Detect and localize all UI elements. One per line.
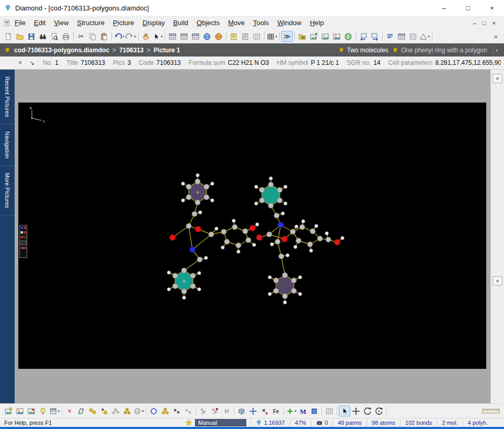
rotate-mode-button[interactable] — [362, 405, 373, 416]
undo-button[interactable]: ▾ — [113, 31, 125, 42]
copy-picture-button[interactable] — [14, 405, 26, 416]
dropdown-arrow-icon[interactable]: ▾ — [58, 409, 60, 413]
find-button[interactable] — [37, 31, 49, 42]
tab-recent-pictures[interactable]: Recent Pictures — [0, 70, 15, 125]
zoom-ruler[interactable] — [480, 405, 501, 416]
select-mode-button[interactable] — [339, 405, 350, 416]
report-table-button[interactable] — [396, 31, 407, 42]
browser-button[interactable] — [201, 31, 213, 42]
packing-button[interactable]: ▾ — [133, 405, 144, 416]
element-symbol-button[interactable]: Fe — [270, 405, 282, 416]
picture-link-two-molecules[interactable]: Two molecules — [338, 47, 388, 54]
picture-folder-button[interactable] — [296, 31, 308, 42]
menu-display[interactable]: Display — [139, 17, 169, 28]
menu-edit[interactable]: Edit — [30, 17, 50, 28]
connect-atoms-button[interactable] — [110, 405, 121, 416]
minimize-button[interactable]: – — [432, 0, 456, 16]
maximize-button[interactable]: □ — [456, 0, 480, 16]
picture-link-one-phenyl-ring[interactable]: One phenyl ring with a polygon — [392, 47, 487, 54]
coordination-button[interactable] — [159, 405, 171, 416]
properties-sheet-button[interactable] — [228, 31, 239, 42]
dropdown-arrow-icon[interactable]: ▾ — [134, 35, 136, 39]
polyhedra-button[interactable] — [236, 405, 247, 416]
dropdown-arrow-icon[interactable]: ▾ — [122, 35, 124, 39]
breadcrumb-chevron-icon[interactable]: › — [492, 46, 500, 54]
menu-tools[interactable]: Tools — [249, 17, 273, 28]
delete-fragment-button[interactable] — [259, 405, 270, 416]
spin-mode-button[interactable] — [373, 405, 385, 416]
menu-window[interactable]: Window — [273, 17, 305, 28]
grow-button[interactable] — [247, 405, 259, 416]
measure-button[interactable]: M — [297, 405, 308, 416]
web-update-button[interactable] — [213, 31, 224, 42]
picture-copy-button[interactable] — [319, 31, 331, 42]
add-all-button[interactable]: ▾ — [285, 405, 297, 416]
add-atoms-button[interactable] — [87, 405, 98, 416]
menu-build[interactable]: Build — [169, 17, 192, 28]
menu-objects[interactable]: Objects — [192, 17, 224, 28]
pointer-button[interactable]: ▾ — [152, 31, 163, 42]
breadcrumb-structure[interactable]: 7106313 — [119, 47, 144, 54]
tab-more-pictures[interactable]: More Pictures — [0, 166, 15, 216]
data-grid-button[interactable] — [251, 31, 262, 42]
pan-button[interactable] — [140, 31, 152, 42]
picture-export-button[interactable] — [331, 31, 342, 42]
cell-edges-button[interactable] — [75, 405, 87, 416]
report-grid-button[interactable] — [407, 31, 419, 42]
toolbar-more-button[interactable]: » — [490, 31, 501, 42]
dropdown-arrow-icon[interactable]: ▾ — [142, 409, 144, 413]
mdi-minimize-button[interactable]: – — [473, 20, 476, 26]
redo-button[interactable]: ▾ — [125, 31, 136, 42]
breadcrumb-picture[interactable]: Picture 1 — [154, 47, 180, 54]
tab-navigation[interactable]: Navigation — [0, 125, 15, 166]
bonds-table-button[interactable] — [190, 31, 201, 42]
goto-record-icon[interactable]: ↘ — [28, 59, 37, 66]
menu-structure[interactable]: Structure — [73, 17, 109, 28]
move-mode-button[interactable] — [350, 405, 362, 416]
break-all-bonds-button[interactable] — [182, 405, 194, 416]
close-record-icon[interactable]: × — [16, 59, 25, 66]
print-button[interactable] — [60, 31, 72, 42]
open-button[interactable] — [14, 31, 26, 42]
break-bonds-button[interactable] — [171, 405, 182, 416]
viewport-grid-button[interactable]: ▾ — [49, 405, 60, 416]
picture-flag-button[interactable] — [26, 405, 37, 416]
new-document-button[interactable] — [3, 31, 14, 42]
paste-button[interactable] — [98, 31, 110, 42]
add-hydrogen2-button[interactable] — [209, 405, 221, 416]
destroy-all-button[interactable]: × — [64, 405, 75, 416]
menu-view[interactable]: View — [50, 17, 73, 28]
legend-widget[interactable] — [19, 225, 28, 258]
more-tables-button[interactable]: ≫ — [281, 31, 293, 42]
layout-lines-button[interactable] — [384, 31, 396, 42]
menu-picture[interactable]: Picture — [109, 17, 138, 28]
menu-help[interactable]: Help — [306, 17, 328, 28]
save-button[interactable] — [26, 31, 37, 42]
mode-indicator[interactable]: Manual — [195, 419, 246, 426]
build-molecules-button[interactable] — [121, 405, 133, 416]
structure-canvas[interactable]: AB b c — [18, 103, 486, 369]
close-button[interactable]: × — [480, 0, 504, 16]
h-bonds-button[interactable]: H — [221, 405, 232, 416]
add-atom-button[interactable] — [98, 405, 110, 416]
render-sphere-button[interactable] — [342, 31, 354, 42]
dropdown-arrow-icon[interactable]: ▾ — [294, 409, 296, 413]
menu-move[interactable]: Move — [224, 17, 249, 28]
new-picture-button[interactable] — [308, 31, 319, 42]
atoms-table-button[interactable] — [178, 31, 190, 42]
add-hydrogen-button[interactable] — [198, 405, 209, 416]
dropdown-arrow-icon[interactable]: ▾ — [275, 35, 277, 39]
next-picture-button[interactable] — [369, 31, 381, 42]
aromatic-ring-button[interactable] — [148, 405, 159, 416]
previous-picture-button[interactable] — [358, 31, 369, 42]
close-bottom-panel-button[interactable]: × — [492, 276, 502, 286]
mdi-close-button[interactable]: × — [492, 20, 496, 26]
light-button[interactable] — [37, 405, 49, 416]
table-layout-button[interactable]: ▾ — [266, 31, 278, 42]
cut-button[interactable]: ✂ — [75, 31, 87, 42]
copy-button[interactable] — [87, 31, 98, 42]
new-structure-picture-button[interactable] — [3, 405, 14, 416]
selection-box-button[interactable] — [308, 405, 320, 416]
dropdown-arrow-icon[interactable]: ▾ — [428, 35, 430, 39]
close-top-panel-button[interactable]: × — [492, 74, 502, 83]
